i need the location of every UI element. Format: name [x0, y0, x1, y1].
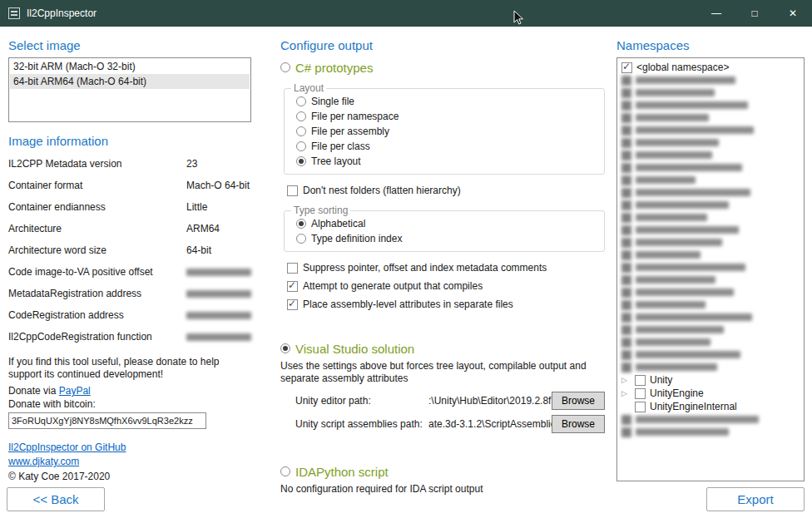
info-label: Architecture — [8, 223, 186, 234]
layout-option[interactable]: File per class — [296, 139, 597, 154]
radio-label: Visual Studio solution — [295, 342, 414, 356]
layout-groupbox: Layout Single fileFile per namespaceFile… — [284, 82, 605, 175]
image-option[interactable]: 32-bit ARM (Mach-O 32-bit) — [10, 59, 250, 74]
window-title: Il2CppInspector — [27, 7, 97, 19]
namespace-item[interactable]: UnityEngine — [620, 387, 801, 400]
info-label: Code image-to-VA positive offset — [8, 266, 186, 278]
titlebar[interactable]: Il2CppInspector — □ ✕ — [0, 0, 812, 27]
redacted-checkbox — [621, 163, 631, 173]
select-image-heading: Select image — [8, 38, 251, 52]
namespace-item-redacted — [620, 186, 801, 199]
redacted-checkbox — [621, 88, 631, 98]
radio-icon — [280, 343, 290, 353]
visual-studio-radio[interactable]: Visual Studio solution — [280, 338, 610, 358]
app-icon — [8, 7, 20, 19]
namespace-item-redacted — [620, 323, 801, 336]
namespace-item-redacted — [620, 361, 801, 373]
layout-options: Single fileFile per namespaceFile per as… — [291, 94, 597, 169]
info-value: Little — [186, 201, 207, 213]
website-link[interactable]: www.djkaty.com — [8, 455, 79, 468]
maximize-button[interactable]: □ — [735, 0, 774, 27]
namespace-item-redacted — [620, 199, 801, 211]
namespace-item[interactable]: Unity — [620, 373, 801, 387]
redacted-label — [636, 126, 754, 134]
output-checkbox[interactable]: Attempt to generate output that compiles — [287, 279, 610, 294]
copyright: © Katy Coe 2017-2020 — [8, 470, 251, 483]
expander-icon[interactable] — [621, 373, 631, 387]
redacted-checkbox — [621, 76, 631, 86]
redacted-label — [636, 101, 748, 109]
expander-icon[interactable] — [621, 387, 631, 400]
csharp-prototypes-radio[interactable]: C# prototypes — [280, 57, 610, 77]
type-sorting-option[interactable]: Type definition index — [296, 231, 597, 246]
radio-icon — [296, 96, 306, 106]
radio-label: Single file — [311, 96, 354, 107]
donate-message: If you find this tool useful, please don… — [8, 356, 251, 381]
idapython-radio[interactable]: IDAPython script — [280, 461, 610, 481]
namespace-item-redacted — [620, 111, 801, 124]
radio-icon — [296, 234, 306, 244]
namespace-item-redacted — [620, 249, 801, 261]
browse-button[interactable]: Browse — [552, 392, 605, 410]
field-value: :\Unity\Hub\Editor\2019.2.8f1 — [428, 395, 552, 407]
flatten-checkbox[interactable]: Don't nest folders (flatten hierarchy) — [287, 183, 610, 198]
redacted-label — [636, 176, 696, 184]
namespace-list[interactable]: <global namespace>UnityUnityEngineUnityE… — [616, 57, 805, 481]
checkbox-icon[interactable] — [635, 375, 646, 386]
namespace-item[interactable]: UnityEngineInternal — [620, 400, 801, 413]
export-button[interactable]: Export — [706, 487, 805, 511]
browse-button[interactable]: Browse — [552, 415, 605, 433]
ida-description: No configuration required for IDA script… — [280, 483, 607, 496]
namespace-item[interactable]: <global namespace> — [620, 61, 801, 74]
radio-label: Alphabetical — [311, 218, 365, 229]
layout-option[interactable]: File per namespace — [296, 109, 597, 124]
radio-label: File per class — [311, 141, 370, 152]
path-field: Unity editor path::\Unity\Hub\Editor\201… — [295, 392, 605, 410]
links-block: Il2CppInspector on GitHub www.djkaty.com… — [8, 441, 251, 483]
redacted-checkbox — [621, 250, 631, 260]
bitcoin-address-input[interactable] — [8, 412, 206, 429]
github-link[interactable]: Il2CppInspector on GitHub — [8, 441, 126, 454]
back-button[interactable]: << Back — [7, 487, 105, 511]
info-row: Code image-to-VA positive offset — [8, 261, 251, 283]
redacted-checkbox — [621, 101, 631, 111]
flatten-checkbox-slot: Don't nest folders (flatten hierarchy) — [284, 183, 610, 198]
redacted-checkbox — [621, 263, 631, 273]
select-image-list[interactable]: 32-bit ARM (Mach-O 32-bit)64-bit ARM64 (… — [8, 57, 251, 122]
field-label: Unity editor path: — [295, 395, 428, 407]
output-checkbox[interactable]: Suppress pointer, offset and index metad… — [287, 260, 610, 275]
checkbox-label: Attempt to generate output that compiles — [303, 280, 483, 292]
vs-fields: Unity editor path::\Unity\Hub\Editor\201… — [295, 392, 610, 433]
close-button[interactable]: ✕ — [774, 0, 812, 27]
checkbox-icon[interactable] — [635, 388, 646, 399]
namespace-item-redacted — [620, 261, 801, 274]
left-panel: Select image 32-bit ARM (Mach-O 32-bit)6… — [8, 27, 251, 518]
configure-panel: Configure output C# prototypes Layout Si… — [280, 27, 610, 496]
redacted-label — [636, 264, 745, 271]
checkbox-icon[interactable] — [621, 62, 632, 73]
namespace-item-redacted — [620, 413, 801, 426]
info-label: MetadataRegistration address — [8, 288, 186, 299]
radio-icon — [296, 111, 306, 121]
namespace-label: <global namespace> — [636, 62, 729, 73]
image-option[interactable]: 64-bit ARM64 (Mach-O 64-bit) — [10, 74, 250, 89]
layout-option[interactable]: Tree layout — [296, 154, 597, 169]
radio-icon — [280, 466, 290, 476]
redacted-label — [636, 251, 701, 259]
info-row: IL2CPP Metadata version23 — [8, 153, 251, 175]
redacted-checkbox — [621, 175, 631, 185]
namespace-item-redacted — [620, 298, 801, 311]
namespace-label: UnityEngine — [650, 387, 704, 399]
radio-icon — [296, 219, 306, 229]
redacted-checkbox — [621, 313, 631, 323]
minimize-button[interactable]: — — [697, 0, 735, 27]
checkbox-icon[interactable] — [635, 402, 646, 412]
output-checkbox[interactable]: Place assembly-level attributes in separ… — [287, 297, 610, 312]
redacted-label — [636, 214, 707, 221]
layout-option[interactable]: Single file — [296, 94, 597, 109]
paypal-link[interactable]: PayPal — [59, 385, 91, 397]
redacted-label — [636, 276, 715, 284]
layout-option[interactable]: File per assembly — [296, 124, 597, 139]
type-sorting-option[interactable]: Alphabetical — [296, 216, 597, 231]
checkbox-label: Don't nest folders (flatten hierarchy) — [303, 185, 461, 196]
